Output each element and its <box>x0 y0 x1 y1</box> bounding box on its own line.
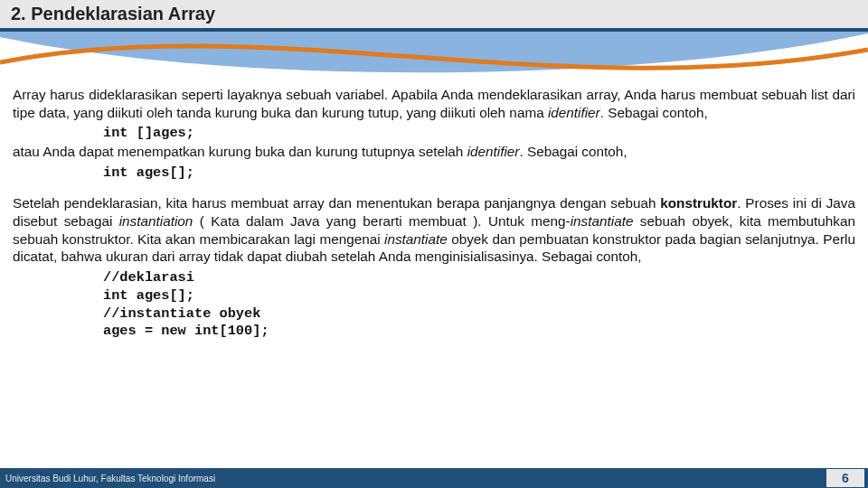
decorative-swoosh <box>0 32 868 86</box>
code-line-3: //deklarasi <box>103 269 855 287</box>
code-line-5: //instantiate obyek <box>103 305 855 324</box>
page-number: 6 <box>826 469 864 487</box>
paragraph-3: Setelah pendeklarasian, kita harus membu… <box>13 194 855 265</box>
code-line-6: ages = new int[100]; <box>103 323 855 341</box>
code-line-4: int ages[]; <box>103 287 855 305</box>
footer-bar: Universitas Budi Luhur, Fakultas Teknolo… <box>0 468 868 488</box>
paragraph-2: atau Anda dapat menempatkan kurung buka … <box>13 143 855 161</box>
content-area: Array harus dideklarasikan seperti layak… <box>0 86 868 341</box>
title-bar: 2. Pendeklarasian Array <box>0 0 868 32</box>
slide: 2. Pendeklarasian Array Array harus dide… <box>0 0 868 488</box>
slide-title: 2. Pendeklarasian Array <box>11 4 215 23</box>
code-line-2: int ages[]; <box>103 164 855 183</box>
code-line-1: int []ages; <box>103 125 855 143</box>
footer-text: Universitas Budi Luhur, Fakultas Teknolo… <box>5 474 215 483</box>
